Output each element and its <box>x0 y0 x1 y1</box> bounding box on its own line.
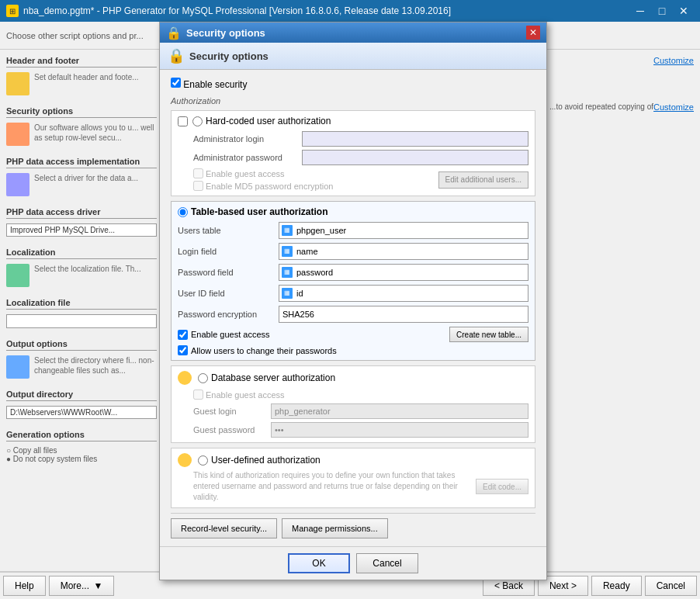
bg-php-data-title: PHP data access implementation <box>6 157 157 168</box>
minimize-button[interactable]: ─ <box>630 3 650 19</box>
dialog-ok-cancel-row: OK Cancel <box>160 546 546 580</box>
enable-md5-label: Enable MD5 password encryption <box>193 181 333 191</box>
user-id-field-select[interactable]: id <box>279 285 528 302</box>
db-server-radio[interactable] <box>198 373 208 383</box>
bg-php-data-icon <box>6 173 29 196</box>
user-id-field-label: User ID field <box>178 289 279 298</box>
edit-code-button: Edit code... <box>476 479 528 494</box>
admin-password-label: Administrator password <box>193 153 302 162</box>
db-server-header: Database server authorization <box>178 371 528 385</box>
bg-output-dir-title: Output directory <box>6 390 157 401</box>
db-enable-guest-label: Enable guest access <box>193 390 528 400</box>
users-table-label: Users table <box>178 226 279 235</box>
table-based-label: Table-based user authorization <box>191 206 327 217</box>
hard-coded-radio[interactable] <box>192 116 203 126</box>
bg-security-section: Security options Our software allows you… <box>6 106 157 146</box>
login-field-select-wrapper: ▦ name <box>279 243 528 260</box>
bg-generation-section: Generation options ○ Copy all files ● Do… <box>6 430 157 463</box>
admin-login-input <box>302 131 528 147</box>
enable-security-row: Enable security <box>171 78 535 90</box>
users-table-icon: ▦ <box>282 225 293 236</box>
bg-localization-item: Select the localization file. Th... <box>6 264 157 287</box>
admin-password-row: Administrator password <box>178 150 528 165</box>
password-field-select[interactable]: password <box>279 264 528 281</box>
db-enable-guest-checkbox <box>193 390 203 400</box>
user-defined-header: User-defined authorization <box>178 453 528 467</box>
dialog-body: Enable security Authorization Hard-coded… <box>160 70 546 546</box>
login-field-select[interactable]: name <box>279 243 528 260</box>
cancel-button[interactable]: Cancel <box>645 576 697 596</box>
bg-php-driver-section: PHP data access driver Improved PHP MySQ… <box>6 207 157 237</box>
authorization-label: Authorization <box>171 96 535 106</box>
bg-php-data-section: PHP data access implementation Select a … <box>6 157 157 196</box>
bg-no-copy-radio: ● Do not copy system files <box>6 455 157 463</box>
dialog-header-icon: 🔒 <box>168 47 185 64</box>
record-level-security-button[interactable]: Record-level security... <box>171 518 277 538</box>
enable-guest-hard-checkbox <box>193 168 203 178</box>
ok-button[interactable]: OK <box>288 553 350 573</box>
password-field-select-wrapper: ▦ password <box>279 264 528 281</box>
enable-guest-table-checkbox[interactable] <box>178 330 188 340</box>
hard-coded-bottom-row: Enable guest access Enable MD5 password … <box>178 168 528 191</box>
enable-security-checkbox[interactable] <box>171 78 181 88</box>
password-enc-select[interactable]: SHA256 <box>279 306 528 323</box>
maximize-button[interactable]: □ <box>652 3 672 19</box>
bg-localization-title: Localization <box>6 248 157 259</box>
user-defined-auth-section: User-defined authorization This kind of … <box>171 448 535 508</box>
guest-login-input <box>271 403 528 419</box>
customize-link-1[interactable]: Customize <box>653 56 694 65</box>
db-server-auth-section: Database server authorization Enable gue… <box>171 365 535 443</box>
manage-permissions-button[interactable]: Manage permissions... <box>282 518 388 538</box>
bg-output-section: Output options Select the directory wher… <box>6 339 157 379</box>
close-button[interactable]: ✕ <box>674 3 694 19</box>
password-enc-row: Password encryption SHA256 <box>178 306 528 323</box>
enable-md5-checkbox <box>193 181 203 191</box>
password-field-row: Password field ▦ password <box>178 264 528 281</box>
table-based-radio[interactable] <box>178 207 188 217</box>
users-table-select[interactable]: phpgen_user <box>279 222 528 239</box>
bg-left-panel: Header and footer Set default header and… <box>0 50 163 480</box>
user-defined-content: This kind of authorization requires you … <box>178 470 528 503</box>
guest-password-row: Guest password <box>193 422 528 438</box>
hard-coded-header: Hard-coded user authorization <box>178 116 528 126</box>
bg-security-text: Our software allows you to u... well as … <box>34 123 157 143</box>
bg-localization-text: Select the localization file. Th... <box>34 264 141 274</box>
db-server-options: Enable guest access Guest login Guest pa… <box>178 390 528 438</box>
user-id-field-icon: ▦ <box>282 288 293 299</box>
create-new-table-button[interactable]: Create new table... <box>449 327 528 342</box>
help-button[interactable]: Help <box>3 576 46 596</box>
customize-link-2[interactable]: Customize <box>653 102 694 112</box>
more-button[interactable]: More... ▼ <box>49 576 115 596</box>
hard-coded-checkboxes: Enable guest access Enable MD5 password … <box>193 168 333 191</box>
user-defined-icon <box>178 453 192 467</box>
admin-login-row: Administrator login <box>178 131 528 147</box>
password-field-label: Password field <box>178 268 279 277</box>
db-server-label: Database server authorization <box>211 372 335 383</box>
hard-coded-checkbox[interactable] <box>178 116 188 126</box>
bg-header-footer-title: Header and footer <box>6 56 157 68</box>
user-id-field-select-wrapper: ▦ id <box>279 285 528 302</box>
enable-guest-create-row: Enable guest access Create new table... <box>178 327 528 342</box>
bg-header-footer-item: Set default header and foote... <box>6 72 157 95</box>
dialog-cancel-button[interactable]: Cancel <box>356 553 418 573</box>
app-icon: ⊞ <box>6 5 19 17</box>
bg-copy-all-radio: ○ Copy all files <box>6 446 157 455</box>
allow-change-checkbox[interactable] <box>178 345 188 355</box>
user-defined-radio[interactable] <box>198 455 208 466</box>
window-title: nba_demo.pgtm* - PHP Generator for MySQL… <box>23 5 630 16</box>
bg-localization-file-title: Localization file <box>6 298 157 310</box>
ready-button[interactable]: Ready <box>591 576 642 596</box>
bg-localization-file-section: Localization file <box>6 298 157 328</box>
bg-localization-section: Localization Select the localization fil… <box>6 248 157 287</box>
bg-php-driver-title: PHP data access driver <box>6 207 157 219</box>
enable-security-label: Enable security <box>171 79 247 90</box>
dialog-close-button[interactable]: ✕ <box>526 26 540 40</box>
guest-login-label: Guest login <box>193 407 271 416</box>
bg-generation-options: ○ Copy all files ● Do not copy system fi… <box>6 446 157 463</box>
users-table-select-wrapper: ▦ phpgen_user <box>279 222 528 239</box>
allow-change-label: Allow users to change their passwords <box>191 346 337 355</box>
table-based-header: Table-based user authorization <box>178 206 528 217</box>
dialog-action-buttons: Record-level security... Manage permissi… <box>171 513 535 538</box>
password-enc-label: Password encryption <box>178 310 279 319</box>
bg-output-dir-value: D:\Webservers\WWWRoot\W... <box>6 406 157 419</box>
